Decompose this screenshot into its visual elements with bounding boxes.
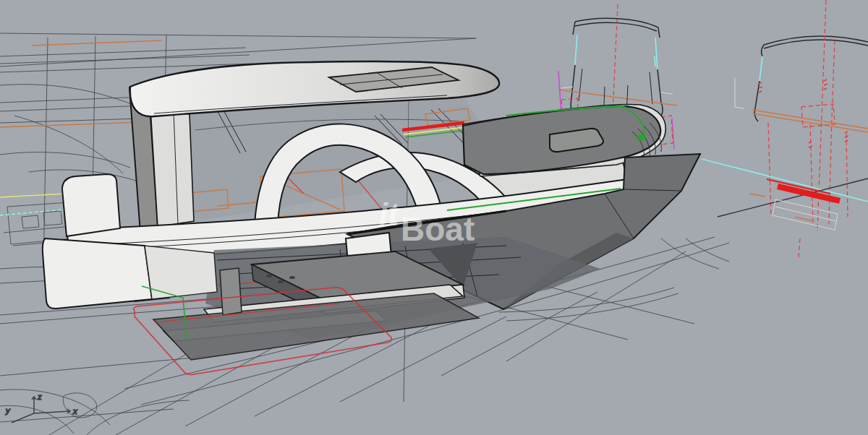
green-point-marker (639, 135, 644, 140)
watermark-prefix: it (379, 197, 400, 232)
aft-cabin-panel (150, 108, 194, 227)
watermark-suffix: Boat (401, 210, 475, 248)
axis-z-label: z (37, 392, 42, 401)
stern-gray-slab (220, 268, 242, 315)
cad-viewport[interactable]: it Boat z x y (0, 0, 868, 435)
transom-panel (43, 238, 152, 309)
stern-gate-panel (145, 246, 217, 299)
stern-panel (62, 174, 120, 236)
axis-x-label: x (72, 407, 77, 415)
cad-canvas: it Boat z x y (0, 0, 868, 435)
